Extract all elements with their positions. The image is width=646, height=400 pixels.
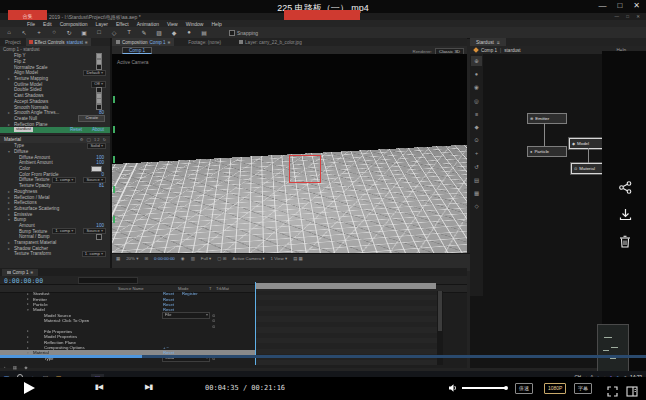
puppet-tool-icon[interactable]: ▤ [200,29,208,36]
menu-view[interactable]: View [167,21,178,27]
comp-mini-tab[interactable]: Comp 1 [122,47,152,54]
volume-control[interactable] [448,383,506,393]
twirl-icon[interactable]: ▾ [27,308,29,312]
viewer-option[interactable]: Full ▾ [201,256,212,261]
panel-menu-icon[interactable]: ≡ [85,40,88,45]
home-tool-icon[interactable]: ⌂ [5,29,13,36]
reset-link[interactable]: Reset [70,127,82,132]
video-frame[interactable]: 2019 - I:\Stardust\Project\电路板\aa.aep * … [0,13,646,371]
share-icon[interactable] [619,181,632,194]
menu-animation[interactable]: Animation [137,21,159,27]
node-emitter[interactable]: ⊕Emitter [527,113,567,124]
roto-brush-tool-icon[interactable]: ● [185,29,193,36]
timeline-search-input[interactable] [78,277,138,284]
speed-button[interactable]: 倍速 [515,383,533,394]
eraser-tool-icon[interactable]: ◆ [170,29,178,36]
viewer-option[interactable]: ▤ ▦ [293,256,303,261]
tab-layer[interactable]: Layer: carry_22_b_color.jpg [235,38,306,46]
next-button[interactable]: ▶▮ [145,383,152,391]
twirl-icon[interactable]: ▸ [27,302,29,306]
panel-menu-icon[interactable]: ≡ [168,40,171,45]
twirl-icon[interactable]: ▾ [8,217,12,222]
viewer-option[interactable]: ▢ ⊞ [217,256,226,261]
timeline-track-area[interactable] [255,291,437,365]
panel-menu-icon[interactable]: ≡ [497,40,500,45]
hand-tool-icon[interactable]: + [35,29,43,36]
volume-slider[interactable] [462,387,506,389]
previous-button[interactable]: ▮◀ [95,383,102,391]
menu-edit[interactable]: Edit [43,21,52,27]
seek-bar[interactable] [0,355,646,358]
download-icon[interactable] [619,208,632,221]
viewer-option[interactable]: ▦ [116,256,120,261]
orbit-camera-tool-icon[interactable]: ↻ [65,29,73,36]
viewer-option[interactable]: 20% ▾ [126,256,138,261]
tab-stardust[interactable]: Stardust ≡ [470,38,506,46]
twirl-icon[interactable]: ▸ [27,297,29,301]
twirl-icon[interactable]: ▸ [27,329,29,333]
twirl-icon[interactable]: ▸ [8,189,12,194]
type-tool-icon[interactable]: T [125,29,133,36]
twirl-icon[interactable]: ▾ [8,149,12,154]
snapping-toggle[interactable]: Snapping [229,30,258,36]
twirl-icon[interactable]: ▸ [8,240,12,245]
timeline-scrollbar[interactable] [437,291,443,365]
menu-composition[interactable]: Composition [60,21,88,27]
viewer-option[interactable]: Active Camera ▾ [232,256,264,261]
play-button[interactable] [24,382,35,394]
twirl-icon[interactable]: ▸ [8,110,12,115]
misc-node-icon[interactable]: ◇ [471,201,482,211]
menu-file[interactable]: File [27,21,35,27]
composition-viewport[interactable]: Active Camera [112,54,467,253]
tab-footage[interactable]: Footage: (none) [184,38,225,46]
volume-knob[interactable] [504,386,509,391]
tab-composition[interactable]: Composition Comp 1 ≡ [112,38,174,46]
fullscreen-button[interactable] [607,383,618,400]
pen-tool-icon[interactable]: ◇ [110,29,118,36]
about-link[interactable]: About [92,127,104,132]
playlist-button[interactable] [626,383,638,400]
twirl-icon[interactable]: ▸ [8,122,12,127]
property-value[interactable]: 81 [99,183,104,188]
snapping-checkbox[interactable] [229,30,235,36]
viewer-option[interactable]: 0:00:00:00 [154,256,175,261]
viewer-option[interactable]: 1 View ▾ [271,256,288,261]
particle-node-icon[interactable]: ● [471,69,482,79]
menu-help[interactable]: Help [211,21,221,27]
volume-icon[interactable] [448,383,458,393]
pan-behind-tool-icon[interactable]: ▣ [80,29,88,36]
minimize-button[interactable]: — [598,1,606,10]
viewer-option[interactable]: ◉ [181,256,185,261]
aux-node-icon[interactable]: ◉ [471,82,482,92]
add-node-icon[interactable]: + [471,148,482,158]
replica-node-icon[interactable]: ↺ [471,162,482,172]
model-node-icon[interactable]: ◆ [471,122,482,132]
zoom-tool-icon[interactable]: ○ [50,29,58,36]
force-node-icon[interactable]: ◎ [471,96,482,106]
shape-tool-icon[interactable]: □ [95,29,103,36]
property-value[interactable]: 100 [96,155,104,160]
work-area-bar[interactable] [256,283,436,289]
trash-icon[interactable] [619,235,631,248]
emitter-node-icon[interactable]: ⊕ [471,56,482,66]
sphere-node-icon[interactable]: ⊙ [471,135,482,145]
timeline-bottom-icons[interactable]: ◔ ▦ ◆ [3,365,31,370]
stamp-tool-icon[interactable]: ▨ [155,29,163,36]
twirl-icon[interactable]: ▸ [8,246,12,251]
menu-effect[interactable]: Effect [116,21,129,27]
property-row[interactable]: stardustResetAbout [0,127,110,133]
timeline-tab-comp1[interactable]: Comp 1 ≡ [2,269,38,276]
twirl-icon[interactable]: ▸ [8,195,12,200]
twirl-icon[interactable]: ▸ [27,292,29,296]
subtitle-button[interactable]: 字幕 [574,383,592,394]
twirl-icon[interactable]: ▸ [27,340,29,344]
brush-tool-icon[interactable]: ✎ [140,29,148,36]
space-node-icon[interactable]: ≡ [471,109,482,119]
viewer-option[interactable]: ⊞ [144,256,148,261]
effect-name-input[interactable]: stardust [14,127,33,132]
maximize-button[interactable]: □ [617,1,622,10]
selection-tool-icon[interactable]: ↖ [20,29,28,36]
node-particle[interactable]: ●Particle [527,146,567,157]
twirl-icon[interactable]: ▸ [8,76,12,81]
tab-effect-controls[interactable]: Effect Controls stardust ≡ [26,38,91,46]
